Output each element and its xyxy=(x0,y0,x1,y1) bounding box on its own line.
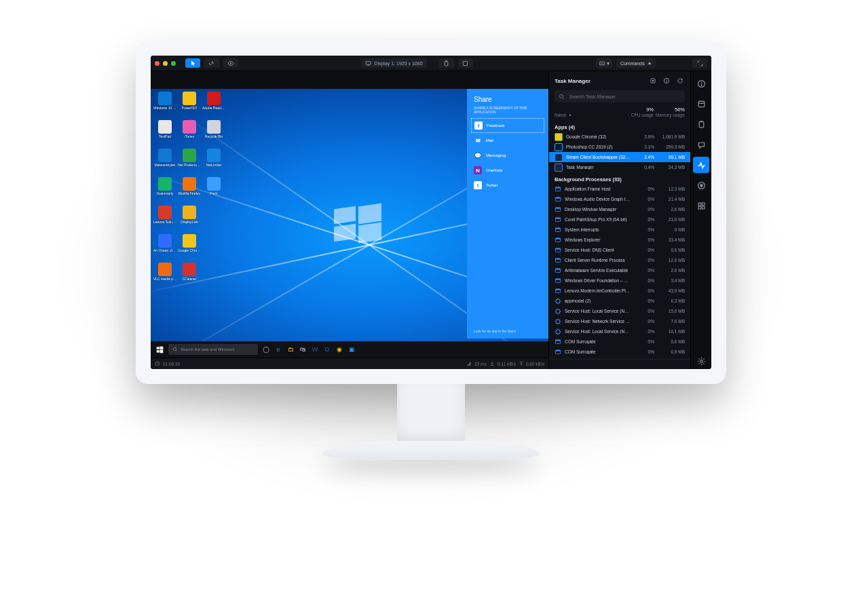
desktop-icon[interactable]: Malwarebytes xyxy=(153,149,176,176)
cortana-icon[interactable]: ◯ xyxy=(261,344,271,355)
minimize-window-button[interactable] xyxy=(163,61,168,66)
process-row[interactable]: Desktop Window Manager0%2.6 MB xyxy=(549,204,690,214)
col-cpu[interactable]: 9% CPU usage xyxy=(622,107,654,117)
tool-pointer-button[interactable] xyxy=(185,58,200,68)
process-row[interactable]: COM Surrogate0%0.6 MB xyxy=(549,336,690,347)
desktop-icon[interactable]: PowerISO xyxy=(178,92,201,119)
desktop-icon[interactable]: Google Chrome xyxy=(178,234,201,261)
process-row[interactable]: Service Host: Network Service (5)0%7.6 M… xyxy=(549,316,690,326)
refresh-button[interactable] xyxy=(675,76,685,85)
process-row[interactable]: COM Surrogate0%0.9 MB xyxy=(549,347,690,357)
activity-icon[interactable] xyxy=(693,157,709,173)
task-search[interactable] xyxy=(555,90,685,102)
tool-link-button[interactable] xyxy=(204,58,219,68)
task-search-input[interactable] xyxy=(568,94,681,100)
desktop-icon[interactable]: TextPad xyxy=(153,120,176,147)
share-target[interactable]: t Twitter xyxy=(467,178,548,193)
share-app-label: Twitter xyxy=(486,183,498,187)
store-icon[interactable]: 🛍 xyxy=(297,344,308,355)
process-row[interactable]: Application Frame Host0%12.3 MB xyxy=(549,184,690,194)
svg-point-10 xyxy=(173,347,176,351)
close-window-button[interactable] xyxy=(155,61,160,66)
desktop-icon[interactable]: CCleaner xyxy=(178,263,201,290)
tool-eye-button[interactable] xyxy=(223,58,238,68)
process-row[interactable]: Photoshop CC 2019 (2)3.1%299.3 MB xyxy=(549,142,690,152)
process-row[interactable]: Windows Audio Device Graph Is…0%21.4 MB xyxy=(549,194,690,204)
process-row[interactable]: Google Chrome (32)2.8%1,681.9 MB xyxy=(549,132,690,142)
svg-point-49 xyxy=(700,81,702,83)
process-row[interactable]: System interrupts0%0 MB xyxy=(549,225,690,235)
desktop-icon[interactable]: NetLimiter xyxy=(202,149,225,176)
icon-label: Windows 10 Upgrade A… xyxy=(153,106,176,110)
expand-panel-button[interactable] xyxy=(692,58,707,68)
col-mem[interactable]: 56% Memory usage xyxy=(654,107,685,117)
keyboard-button[interactable]: ▾ xyxy=(596,58,612,68)
desktop-icon[interactable]: VLC media player xyxy=(153,263,176,290)
app-icon xyxy=(183,206,196,219)
desktop-icon[interactable]: Adobe Reader XI xyxy=(202,92,225,119)
calendar-icon[interactable] xyxy=(693,96,709,112)
share-target[interactable]: ✉ Mail xyxy=(467,133,548,148)
stop-icon[interactable] xyxy=(693,177,709,193)
process-name: Windows Audio Device Graph Is… xyxy=(565,197,631,201)
end-task-button[interactable] xyxy=(648,76,658,85)
share-target[interactable]: N OneNote xyxy=(467,163,548,178)
clipboard-button[interactable] xyxy=(439,58,454,68)
process-row[interactable]: Service Host: DNS Client0%0.6 MB xyxy=(549,245,690,255)
process-row[interactable]: Client Server Runtime Process0%12.6 MB xyxy=(549,255,690,265)
help-icon[interactable] xyxy=(693,75,709,92)
share-target[interactable]: f Facebook xyxy=(471,118,544,133)
process-cpu: 3.1% xyxy=(634,145,654,149)
app-icon xyxy=(183,234,196,248)
grid-icon[interactable] xyxy=(693,197,709,214)
explorer-icon[interactable]: 🗀 xyxy=(285,344,296,355)
process-mem: 2.6 MB xyxy=(658,207,685,212)
desktop-icon[interactable]: Grammarly xyxy=(153,177,176,204)
remote-desktop[interactable]: Windows 10 Upgrade A… PowerISO Adobe Rea… xyxy=(151,89,548,358)
clipboard-icon[interactable] xyxy=(693,116,709,132)
settings-icon[interactable] xyxy=(693,353,709,369)
process-group-header[interactable]: Apps (4) xyxy=(549,120,690,132)
remote-icon[interactable]: ▣ xyxy=(346,344,357,355)
taskbar-search[interactable]: Search the web and Windows xyxy=(168,344,258,355)
outlook-icon[interactable]: O xyxy=(322,344,333,355)
desktop-icon[interactable]: Recycle Bin xyxy=(202,120,225,147)
desktop-icon[interactable]: iTunes xyxy=(178,120,201,147)
zoom-window-button[interactable] xyxy=(171,61,176,66)
process-row[interactable]: Windows Driver Foundation – U…0%3.4 MB xyxy=(549,275,690,286)
chrome-icon[interactable]: ◉ xyxy=(334,344,345,355)
desktop-icon[interactable]: Paint xyxy=(202,177,225,204)
desktop-icon[interactable]: Lenovo Solut… xyxy=(153,206,176,233)
share-target[interactable]: 💬 Messaging xyxy=(467,148,548,163)
process-group-header[interactable]: Background Processes (33) xyxy=(549,172,690,184)
process-row[interactable]: appmodel (2)0%6.3 MB xyxy=(549,296,690,306)
process-row[interactable]: Service Host: Local Service (No …0%15.6 … xyxy=(549,306,690,316)
fullscreen-button[interactable] xyxy=(458,58,473,68)
word-icon[interactable]: W xyxy=(310,344,320,355)
process-row[interactable]: Windows Explorer0%33.4 MB xyxy=(549,235,690,245)
edge-icon[interactable]: e xyxy=(273,344,284,355)
desktop-icon[interactable]: Windows 10 Upgrade A… xyxy=(153,92,176,119)
process-row[interactable]: Corel PaintShop Pro X9 (64-bit)0%21.8 MB xyxy=(549,214,690,225)
desktop-icon[interactable]: Mozilla Firefox xyxy=(178,177,201,204)
commands-menu[interactable]: Commands xyxy=(616,58,656,68)
svg-rect-6 xyxy=(156,347,159,349)
process-row[interactable]: Task Manager0.4%24.3 MB xyxy=(549,162,690,172)
col-name[interactable]: Name xyxy=(555,113,622,117)
process-row[interactable]: Service Host: Local Service (Net…0%10.1 … xyxy=(549,326,690,336)
desktop-icon[interactable] xyxy=(202,234,225,261)
chat-icon[interactable] xyxy=(693,136,709,153)
remote-viewport[interactable]: Windows 10 Upgrade A… PowerISO Adobe Rea… xyxy=(151,71,548,369)
display-selector[interactable]: Display 1: 1920 x 1080 xyxy=(361,58,426,68)
process-row[interactable]: Lenovo.Modern.ImController.Pl…0%43.9 MB xyxy=(549,286,690,296)
start-button[interactable] xyxy=(153,343,166,355)
desktop-icon[interactable] xyxy=(202,206,225,233)
process-name: COM Surrogate xyxy=(565,349,631,354)
desktop-icon[interactable]: An Ocean of Conundrums xyxy=(153,234,176,261)
process-row[interactable]: Steam Client Bootstrapper (32 b…2.4%98.1… xyxy=(549,152,690,162)
desktop-icon[interactable]: DisplayLink xyxy=(178,206,201,233)
process-row[interactable]: Antimalware Service Executable0%2.6 MB xyxy=(549,265,690,275)
desktop-icon[interactable]: Net Protector 2017 xyxy=(178,149,201,176)
info-button[interactable] xyxy=(662,76,671,85)
process-mem: 0.6 MB xyxy=(658,339,685,344)
